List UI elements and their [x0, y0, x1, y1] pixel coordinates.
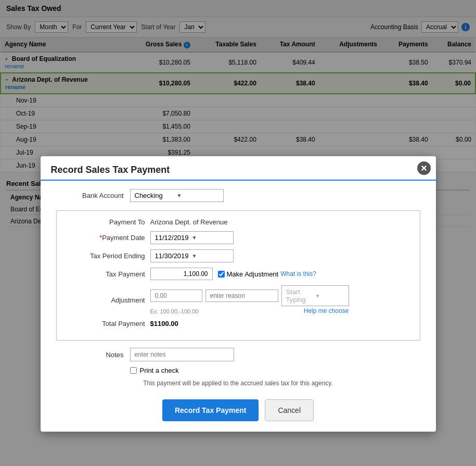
make-adjustment-wrap: Make Adjustment What is this?	[218, 270, 316, 278]
payment-date-row: *Payment Date 11/12/2019 ▼	[67, 231, 409, 244]
payment-date-value: 11/12/2019	[155, 234, 192, 242]
tax-period-row: Tax Period Ending 11/30/2019 ▼	[67, 249, 409, 262]
total-payment-row: Total Payment $1100.00	[67, 320, 409, 328]
notes-section: Notes	[41, 341, 436, 361]
tax-period-value: 11/30/2019	[155, 252, 192, 260]
tax-period-label: Tax Period Ending	[67, 252, 145, 260]
adjustment-amount-input[interactable]	[150, 289, 202, 302]
bank-account-value: Checking	[135, 192, 177, 199]
payment-date-label: *Payment Date	[67, 234, 145, 242]
payment-date-select[interactable]: 11/12/2019 ▼	[150, 231, 234, 244]
tax-payment-input[interactable]	[150, 268, 213, 280]
modal-title-bar: Record Sales Tax Payment	[41, 156, 436, 181]
tax-payment-label: Tax Payment	[67, 270, 145, 278]
adjustment-reason-input[interactable]	[205, 289, 278, 302]
make-adjustment-label: Make Adjustment	[227, 270, 279, 278]
dropdown-arrow-icon: ▼	[315, 293, 344, 299]
dropdown-arrow-icon: ▼	[192, 253, 229, 259]
print-check-label: Print a check	[140, 367, 179, 374]
print-check-checkbox[interactable]	[130, 367, 137, 374]
make-adjustment-checkbox[interactable]	[218, 271, 225, 278]
total-payment-label: Total Payment	[67, 320, 145, 328]
what-is-this-link[interactable]: What is this?	[280, 270, 316, 278]
modal-footer: Record Tax Payment Cancel	[41, 392, 436, 421]
tax-period-select[interactable]: 11/30/2019 ▼	[150, 249, 234, 262]
dropdown-arrow-icon: ▼	[192, 235, 229, 241]
notes-row: Notes	[61, 348, 415, 361]
payment-to-value: Arizona Dept. of Revenue	[150, 218, 228, 226]
modal-dialog: ✕ Record Sales Tax Payment Bank Account …	[41, 156, 436, 432]
modal-title: Record Sales Tax Payment	[51, 165, 426, 175]
payment-to-label: Payment To	[67, 218, 145, 226]
tax-payment-row: Tax Payment Make Adjustment What is this…	[67, 268, 409, 280]
modal-overlay: ✕ Record Sales Tax Payment Bank Account …	[0, 0, 476, 466]
notice-text: This payment will be applied to the accr…	[41, 374, 436, 392]
adjustment-row: Adjustment Start Typing ▼ Ex: 100.00,-10…	[67, 285, 409, 314]
adjustment-label: Adjustment	[67, 296, 145, 304]
bank-account-label: Bank Account	[61, 192, 124, 199]
dropdown-arrow-icon: ▼	[177, 193, 219, 198]
print-check-row: Print a check	[41, 361, 436, 374]
total-payment-value: $1100.00	[150, 320, 178, 328]
payment-to-row: Payment To Arizona Dept. of Revenue	[67, 218, 409, 226]
bank-account-row: Bank Account Checking ▼	[41, 189, 436, 202]
record-tax-payment-button[interactable]: Record Tax Payment	[162, 399, 259, 421]
adjustment-type-placeholder: Start Typing	[286, 288, 315, 304]
cancel-button[interactable]: Cancel	[265, 399, 314, 421]
notes-input[interactable]	[130, 348, 234, 361]
page-background: Sales Tax Owed Show By Month For Current…	[0, 0, 476, 466]
close-button[interactable]: ✕	[417, 161, 431, 175]
bank-account-select[interactable]: Checking ▼	[130, 189, 224, 202]
form-box: Payment To Arizona Dept. of Revenue *Pay…	[56, 210, 420, 341]
adjustment-type-select[interactable]: Start Typing ▼	[281, 285, 349, 306]
help-me-choose-link[interactable]: Help me choose	[304, 307, 349, 314]
notes-label: Notes	[61, 351, 124, 359]
ex-hint: Ex: 100.00,-100.00	[150, 308, 199, 314]
